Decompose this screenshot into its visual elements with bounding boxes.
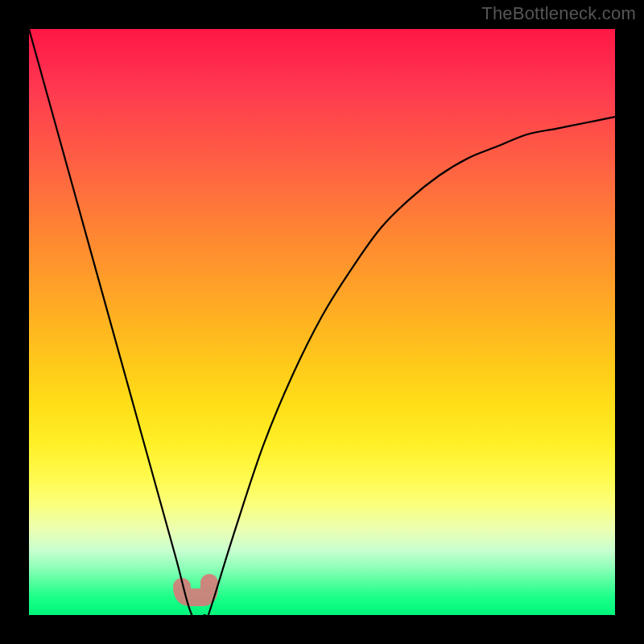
plot-area	[29, 29, 615, 615]
chart-svg	[29, 29, 615, 615]
bottleneck-curve	[29, 29, 615, 615]
watermark-text: TheBottleneck.com	[481, 3, 636, 24]
chart-frame: TheBottleneck.com	[0, 0, 644, 644]
curve-layer	[29, 29, 615, 615]
